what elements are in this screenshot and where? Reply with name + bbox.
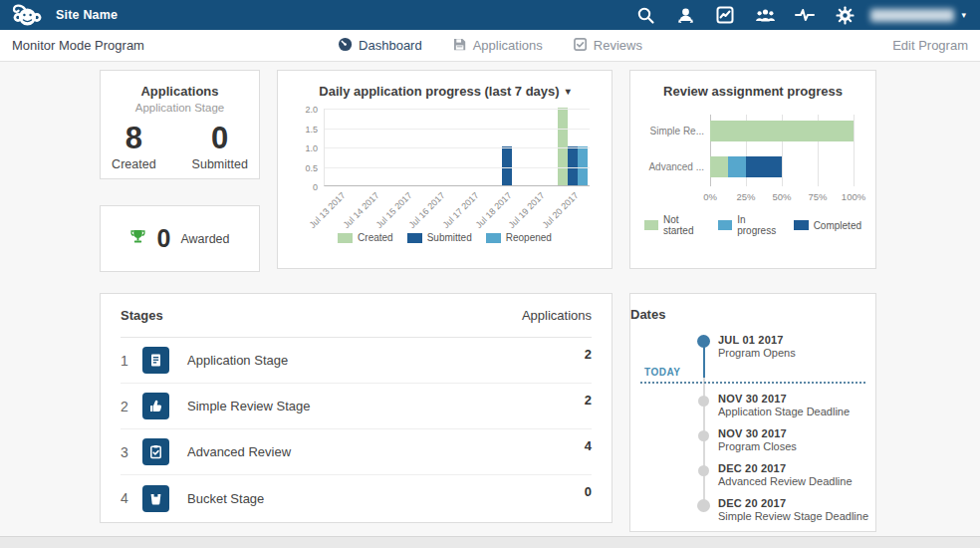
segment-in-progress	[728, 156, 746, 177]
segment-not-started	[710, 121, 854, 141]
gauge-icon	[338, 37, 353, 55]
reports-icon[interactable]	[705, 0, 745, 30]
timeline-dot	[698, 430, 709, 441]
segment-completed	[746, 156, 782, 177]
program-tabs: Dashboard Applications Reviews	[338, 37, 642, 55]
review-progress-card: Review assignment progress Simple Re...A…	[629, 70, 876, 269]
trophy-icon	[129, 228, 146, 249]
search-icon[interactable]	[625, 0, 665, 30]
timeline-event-application-stage-deadline: NOV 30 2017 Application Stage Deadline	[718, 393, 875, 417]
event-label: Application Stage Deadline	[718, 406, 875, 417]
timeline-dot	[697, 499, 710, 512]
x-tick-label: 0%	[703, 191, 717, 202]
stage-row-simple-review-stage[interactable]: 2 Simple Review Stage 2	[121, 384, 592, 429]
reviewer-badge-icon[interactable]	[665, 0, 705, 30]
awarded-card: 0 Awarded	[100, 205, 260, 272]
settings-gear-icon[interactable]	[825, 0, 864, 30]
stats-column: Applications Application Stage 8 Created…	[100, 70, 260, 272]
bucket-icon	[142, 485, 169, 512]
program-subnav: Monitor Mode Program Dashboard Applicati…	[0, 30, 980, 62]
y-tick-label: 1.5	[305, 125, 318, 135]
created-swatch	[338, 233, 353, 243]
stacked-bar	[710, 121, 854, 141]
topbar: Site Name ▾	[0, 0, 980, 30]
users-icon[interactable]	[745, 0, 785, 30]
window-bottom-strip	[0, 536, 980, 548]
stage-label: Advanced Review	[187, 444, 291, 459]
tab-dashboard[interactable]: Dashboard	[338, 37, 422, 55]
surveymonkey-logo-icon[interactable]	[10, 2, 46, 28]
submitted-count: 0	[192, 123, 248, 153]
today-marker: TODAY	[630, 369, 875, 384]
user-name-redacted	[870, 9, 954, 22]
daily-chart-title-row[interactable]: Daily application progress (last 7 days)…	[292, 84, 598, 99]
created-count: 8	[112, 123, 155, 153]
stage-label: Simple Review Stage	[187, 399, 311, 413]
daily-chart-title: Daily application progress (last 7 days)	[319, 84, 559, 99]
completed-swatch	[794, 220, 809, 230]
event-date: DEC 20 2017	[718, 462, 875, 474]
plot-area	[324, 109, 590, 186]
applications-stats: 8 Created 0 Submitted	[101, 123, 259, 171]
event-label: Program Closes	[718, 440, 875, 452]
dates-card: Dates JUL 01 2017 Program Opens TODAY NO…	[629, 293, 876, 532]
event-date: DEC 20 2017	[718, 497, 875, 509]
stage-application-count: 0	[585, 484, 592, 499]
user-menu[interactable]: ▾	[870, 9, 966, 22]
applications-summary-card: Applications Application Stage 8 Created…	[100, 70, 260, 179]
timeline-dot-past	[697, 335, 710, 348]
event-date: NOV 30 2017	[718, 393, 875, 405]
gridline	[325, 167, 590, 168]
y-tick-label: 0	[313, 182, 318, 192]
clipboard-check-icon	[142, 438, 169, 465]
stages-header-label: Stages	[121, 308, 163, 323]
dates-timeline: JUL 01 2017 Program Opens TODAY NOV 30 2…	[630, 334, 875, 522]
stage-row-application-stage[interactable]: 1 Application Stage 2	[121, 338, 592, 384]
site-name: Site Name	[56, 8, 118, 22]
x-tick-label: 100%	[842, 191, 865, 202]
daily-chart-legend: Created Submitted Reopened	[292, 232, 598, 243]
timeline-dot	[698, 396, 709, 407]
tab-reviews[interactable]: Reviews	[573, 37, 642, 55]
chevron-down-icon: ▾	[566, 86, 571, 97]
tab-applications[interactable]: Applications	[452, 37, 543, 55]
event-label: Advanced Review Deadline	[718, 475, 875, 487]
stage-row-bucket-stage[interactable]: 4 Bucket Stage 0	[121, 475, 592, 521]
event-date: NOV 30 2017	[718, 427, 875, 439]
edit-program-link[interactable]: Edit Program	[892, 38, 968, 53]
gridline	[854, 115, 855, 186]
review-bar-chart: Simple Re...Advanced ... 0%25%50%75%100%	[644, 115, 861, 206]
in-progress-swatch	[718, 220, 732, 230]
submitted-swatch	[407, 233, 422, 243]
stage-application-count: 2	[585, 347, 592, 362]
timeline-event-program-opens: JUL 01 2017 Program Opens	[718, 334, 875, 359]
activity-icon[interactable]	[785, 0, 825, 30]
y-tick-label: 2.0	[305, 105, 318, 115]
thumbs-up-icon	[142, 393, 169, 419]
today-label: TODAY	[644, 367, 680, 378]
event-date: JUL 01 2017	[718, 334, 875, 346]
stage-label: Bucket Stage	[187, 491, 264, 506]
review-chart-title: Review assignment progress	[644, 84, 861, 99]
legend-item-not-started: Not started	[644, 214, 708, 236]
x-axis-labels: 0%25%50%75%100%	[710, 191, 854, 206]
today-dotted-line	[640, 382, 865, 384]
stage-application-count: 2	[585, 393, 592, 408]
bar-submitted	[568, 146, 578, 185]
legend-item-completed: Completed	[794, 220, 861, 231]
created-stat: 8 Created	[112, 123, 155, 171]
stacked-bar	[710, 156, 854, 177]
legend-item-created: Created	[338, 232, 393, 243]
stage-number: 4	[121, 490, 142, 506]
stage-row-advanced-review[interactable]: 3 Advanced Review 4	[121, 429, 592, 475]
x-tick-label: 75%	[808, 191, 827, 202]
daily-progress-card: Daily application progress (last 7 days)…	[277, 70, 612, 269]
submitted-stat: 0 Submitted	[192, 123, 248, 171]
bar-reopened	[578, 146, 588, 185]
program-title: Monitor Mode Program	[12, 38, 144, 53]
segment-not-started	[710, 156, 728, 177]
tab-label: Applications	[473, 38, 543, 53]
x-tick-label: 25%	[736, 191, 755, 202]
reopened-swatch	[486, 233, 501, 243]
created-label: Created	[112, 157, 155, 171]
